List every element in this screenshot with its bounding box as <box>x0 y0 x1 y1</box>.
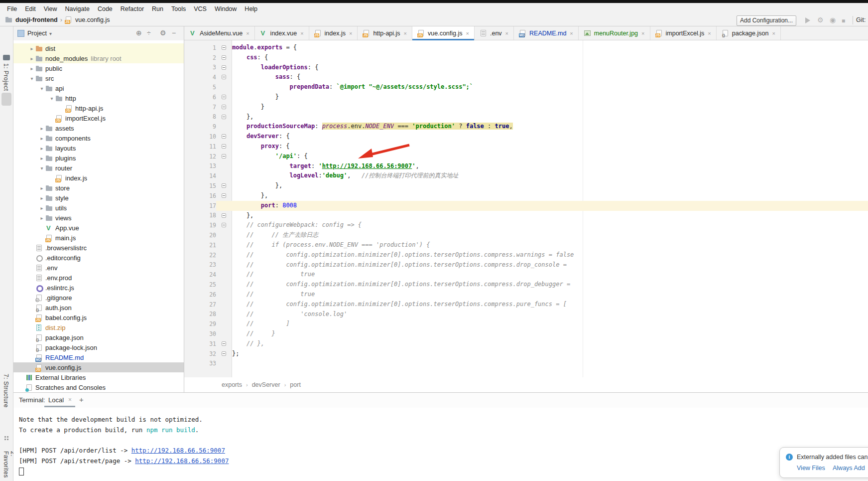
tab-.env[interactable]: .env× <box>475 26 514 40</box>
tab-asidemenu.vue[interactable]: AsideMenu.vue× <box>184 26 255 40</box>
close-icon[interactable]: × <box>772 30 775 36</box>
view-files-link[interactable]: View Files <box>797 465 825 472</box>
chevron-right-icon[interactable]: ▸ <box>38 185 45 191</box>
close-icon[interactable]: × <box>246 30 249 36</box>
close-icon[interactable]: × <box>641 30 644 36</box>
chevron-right-icon[interactable]: ▸ <box>38 215 45 221</box>
tree-item-.browserslistrc[interactable]: .browserslistrc <box>13 243 184 253</box>
tree-item-views[interactable]: ▸views <box>13 213 184 223</box>
fold-end-icon[interactable] <box>222 341 226 346</box>
new-terminal-icon[interactable]: + <box>79 395 84 404</box>
tree-item-assets[interactable]: ▸assets <box>13 123 184 133</box>
tree-item-.editorconfig[interactable]: .editorconfig <box>13 253 184 263</box>
tab-vue.config.js[interactable]: vue.config.js× <box>412 26 475 40</box>
collapse-all-icon[interactable]: ÷ <box>147 29 151 37</box>
tree-item-http[interactable]: ▾http <box>13 93 184 103</box>
editor-breadcrumb-devserver[interactable]: devServer <box>252 381 280 388</box>
fold-collapse-icon[interactable] <box>222 45 226 50</box>
terminal-link[interactable]: http://192.168.66.56:9007 <box>131 447 225 454</box>
close-icon[interactable]: × <box>404 30 407 36</box>
terminal-tab-local[interactable]: Local <box>48 396 64 404</box>
tree-item-index.js[interactable]: index.js <box>13 173 184 183</box>
fold-collapse-icon[interactable] <box>222 65 226 70</box>
menu-item-tools[interactable]: Tools <box>167 5 190 12</box>
fold-collapse-icon[interactable] <box>222 144 226 149</box>
fold-end-icon[interactable] <box>222 213 226 218</box>
tab-menurouter.jpg[interactable]: menuRouter.jpg× <box>579 26 650 40</box>
project-panel-title[interactable]: Project <box>27 30 47 37</box>
fold-collapse-icon[interactable] <box>222 223 226 227</box>
tree-item-src[interactable]: ▾src <box>13 73 184 83</box>
tree-item-style[interactable]: ▸style <box>13 193 184 203</box>
hide-panel-icon[interactable]: − <box>172 29 176 37</box>
close-icon[interactable]: × <box>466 30 469 36</box>
gear-icon[interactable]: ⚙ <box>160 29 166 37</box>
tree-item-vue.config.js[interactable]: vue.config.js <box>13 362 184 372</box>
tab-readme.md[interactable]: README.md× <box>514 26 579 40</box>
fold-end-icon[interactable] <box>222 351 226 356</box>
chevron-down-icon[interactable]: ▾ <box>28 76 35 81</box>
fold-end-icon[interactable] <box>222 105 226 109</box>
tree-item-dist.zip[interactable]: dist.zip <box>13 322 184 332</box>
tree-item-scratches-and-consoles[interactable]: Scratches and Consoles <box>13 382 184 392</box>
chevron-right-icon[interactable]: ▸ <box>38 195 45 201</box>
chevron-right-icon[interactable]: ▸ <box>28 56 35 61</box>
chevron-down-icon[interactable]: ▾ <box>49 31 52 36</box>
tree-item-dist[interactable]: ▸dist <box>13 43 184 53</box>
tree-item-router[interactable]: ▾router <box>13 163 184 173</box>
tree-item-utils[interactable]: ▸utils <box>13 203 184 213</box>
stripe-pressed-button[interactable] <box>1 93 11 106</box>
menu-item-edit[interactable]: Edit <box>21 5 40 12</box>
tree-item-app.vue[interactable]: App.vue <box>13 223 184 233</box>
menu-item-refactor[interactable]: Refactor <box>117 5 148 12</box>
tree-item-.eslintrc.js[interactable]: .eslintrc.js <box>13 283 184 293</box>
menu-item-view[interactable]: View <box>40 5 61 12</box>
run-icon[interactable] <box>805 17 810 23</box>
close-icon[interactable]: × <box>570 30 573 36</box>
fold-end-icon[interactable] <box>222 95 226 99</box>
fold-collapse-icon[interactable] <box>222 154 226 159</box>
tree-item-http-api.js[interactable]: http-api.js <box>13 103 184 113</box>
debug-icon[interactable]: ◉ <box>830 16 836 24</box>
close-icon[interactable]: × <box>708 30 711 36</box>
tree-item-babel.config.js[interactable]: babel.config.js <box>13 313 184 322</box>
add-configuration-button[interactable]: Add Configuration... <box>737 15 796 26</box>
tree-item-components[interactable]: ▸components <box>13 133 184 143</box>
chevron-right-icon[interactable]: ▸ <box>38 205 45 211</box>
stripe-project-button[interactable]: 1: Project <box>2 63 9 91</box>
fold-collapse-icon[interactable] <box>222 55 226 60</box>
breadcrumb-file[interactable]: vue.config.js <box>75 16 110 23</box>
tab-http-api.js[interactable]: http-api.js× <box>358 26 412 40</box>
tree-item-.env.prod[interactable]: .env.prod <box>13 273 184 283</box>
tab-index.js[interactable]: index.js× <box>309 26 358 40</box>
tree-item-importexcel.js[interactable]: importExcel.js <box>13 113 184 123</box>
tool-window-icon[interactable] <box>3 55 10 60</box>
terminal-link[interactable]: http://192.168.66.56:9007 <box>135 457 229 465</box>
fold-collapse-icon[interactable] <box>222 75 226 79</box>
tree-item-package-lock.json[interactable]: package-lock.json <box>13 342 184 352</box>
locate-icon[interactable]: ⊕ <box>136 29 142 37</box>
menu-item-window[interactable]: Window <box>211 5 241 12</box>
chevron-right-icon[interactable]: ▸ <box>28 46 35 51</box>
tab-index.vue[interactable]: index.vue× <box>255 26 309 40</box>
tree-item-store[interactable]: ▸store <box>13 183 184 193</box>
code-editor[interactable]: 1module.exports = {2 css: {3 loaderOptio… <box>184 43 868 368</box>
chevron-right-icon[interactable]: ▸ <box>38 156 45 161</box>
breadcrumb-project[interactable]: duoji-frontend <box>15 16 58 23</box>
chevron-right-icon[interactable]: ▸ <box>38 136 45 141</box>
chevron-right-icon[interactable]: ▸ <box>38 126 45 131</box>
chevron-right-icon[interactable]: ▸ <box>28 66 35 71</box>
close-icon[interactable]: × <box>505 30 508 36</box>
tree-item-layouts[interactable]: ▸layouts <box>13 143 184 153</box>
terminal-output[interactable]: Note that the development build is not o… <box>19 415 229 477</box>
chevron-down-icon[interactable]: ▾ <box>38 86 45 91</box>
fold-collapse-icon[interactable] <box>222 134 226 139</box>
tree-item-external-libraries[interactable]: External Libraries <box>13 372 184 382</box>
editor-breadcrumb-exports[interactable]: exports <box>222 381 242 388</box>
tab-importexcel.js[interactable]: importExcel.js× <box>650 26 717 40</box>
menu-item-code[interactable]: Code <box>94 5 117 12</box>
tree-item-.gitignore[interactable]: .gitignore <box>13 293 184 303</box>
tree-item-package.json[interactable]: package.json <box>13 332 184 342</box>
tree-item-api[interactable]: ▾api <box>13 83 184 93</box>
tree-item-public[interactable]: ▸public <box>13 63 184 73</box>
